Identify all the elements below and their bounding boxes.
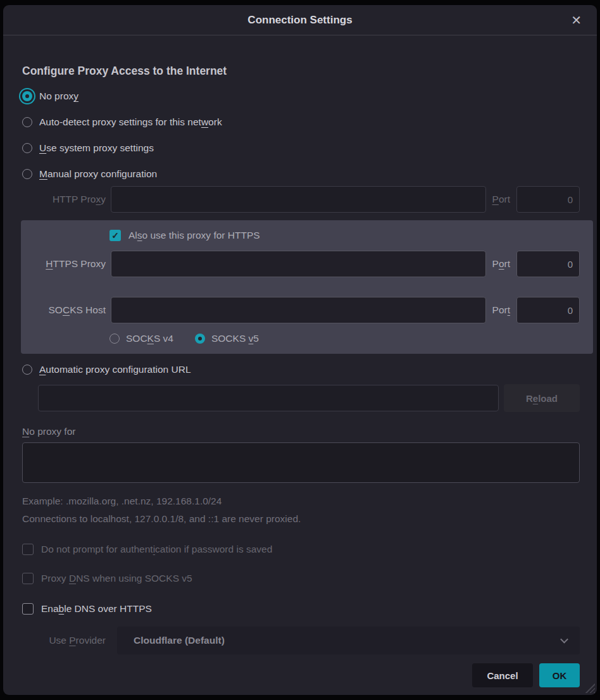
https-port-input[interactable]	[516, 251, 580, 277]
page-title: Configure Proxy Access to the Internet	[22, 65, 580, 78]
dialog-footer: Cancel OK	[22, 663, 580, 687]
http-proxy-label: HTTP Proxy	[22, 194, 106, 205]
no-proxy-for-label: No proxy for	[22, 426, 580, 437]
chevron-down-icon	[560, 635, 568, 644]
radio-unselected-icon	[22, 169, 32, 179]
radio-auto-detect-label: Auto-detect proxy settings for this netw…	[39, 116, 222, 128]
http-proxy-row: HTTP Proxy Port	[22, 186, 580, 213]
reload-button: Reload	[504, 384, 580, 412]
socks-host-input[interactable]	[111, 297, 486, 323]
radio-unselected-icon	[22, 143, 32, 153]
use-provider-label: Use Provider	[22, 635, 106, 646]
socks-port-label: Port	[492, 304, 510, 316]
enable-doh-label: Enable DNS over HTTPS	[41, 603, 152, 615]
cancel-button[interactable]: Cancel	[472, 663, 533, 687]
http-port-input	[516, 186, 580, 213]
pac-url-row: Reload	[38, 384, 580, 412]
radio-pac-url[interactable]: Automatic proxy configuration URL	[22, 361, 580, 378]
socks-host-label: SOCKS Host	[22, 304, 106, 316]
radio-manual-proxy[interactable]: Manual proxy configuration	[22, 166, 580, 182]
checkbox-unchecked-icon	[22, 544, 34, 555]
doh-provider-value: Cloudflare (Default)	[134, 635, 225, 646]
radio-unselected-icon[interactable]	[109, 334, 120, 344]
radio-system-proxy-label: Use system proxy settings	[39, 142, 154, 154]
proxy-dns-socks5-label: Proxy DNS when using SOCKS v5	[41, 573, 192, 584]
also-use-https-checkbox-row[interactable]: ✓ Also use this proxy for HTTPS	[109, 228, 580, 243]
also-use-https-label: Also use this proxy for HTTPS	[128, 230, 260, 241]
example-text: Example: .mozilla.org, .net.nz, 192.168.…	[22, 496, 580, 507]
radio-unselected-icon	[22, 117, 32, 127]
http-proxy-input	[111, 186, 486, 213]
dialog-content: Configure Proxy Access to the Internet N…	[3, 35, 597, 695]
radio-socks-v5-label[interactable]: SOCKS v5	[211, 333, 259, 344]
checkbox-unchecked-icon	[22, 603, 34, 615]
radio-selected-icon[interactable]	[195, 334, 205, 344]
radio-auto-detect[interactable]: Auto-detect proxy settings for this netw…	[22, 114, 580, 130]
ok-button[interactable]: OK	[539, 663, 580, 687]
socks-host-row: SOCKS Host Port	[22, 297, 580, 323]
radio-selected-icon	[22, 91, 32, 101]
radio-manual-proxy-label: Manual proxy configuration	[39, 168, 157, 180]
radio-socks-v4-label[interactable]: SOCKS v4	[126, 333, 173, 344]
radio-pac-url-label: Automatic proxy configuration URL	[39, 364, 191, 375]
localhost-note-text: Connections to localhost, 127.0.0.1/8, a…	[22, 513, 580, 525]
radio-system-proxy[interactable]: Use system proxy settings	[22, 140, 580, 156]
socks-version-row: SOCKS v4 SOCKS v5	[109, 331, 580, 346]
doh-provider-row: Use Provider Cloudflare (Default)	[22, 627, 580, 654]
https-port-label: Port	[492, 258, 510, 270]
no-auth-prompt-checkbox-row: Do not prompt for authentication if pass…	[22, 542, 580, 557]
https-proxy-input[interactable]	[111, 251, 486, 277]
radio-no-proxy-label: No proxy	[39, 91, 78, 102]
enable-doh-checkbox-row[interactable]: Enable DNS over HTTPS	[22, 601, 580, 616]
pac-url-input	[38, 385, 499, 411]
http-port-label: Port	[492, 194, 510, 205]
doh-provider-dropdown: Cloudflare (Default)	[117, 627, 580, 654]
close-icon[interactable]: ✕	[568, 13, 584, 28]
radio-unselected-icon	[22, 365, 32, 375]
https-socks-highlight-panel: ✓ Also use this proxy for HTTPS HTTPS Pr…	[21, 220, 593, 354]
radio-no-proxy[interactable]: No proxy	[22, 88, 580, 104]
https-proxy-label: HTTPS Proxy	[22, 258, 106, 270]
dialog-titlebar: Connection Settings ✕	[3, 5, 597, 35]
https-proxy-row: HTTPS Proxy Port	[22, 251, 580, 277]
checkbox-checked-icon: ✓	[109, 230, 121, 241]
checkbox-unchecked-icon	[22, 573, 34, 584]
no-auth-prompt-label: Do not prompt for authentication if pass…	[41, 544, 272, 555]
socks-port-input[interactable]	[516, 297, 580, 323]
dialog-title: Connection Settings	[247, 14, 352, 27]
proxy-dns-socks5-checkbox-row: Proxy DNS when using SOCKS v5	[22, 571, 580, 586]
no-proxy-for-textarea[interactable]	[22, 442, 580, 483]
connection-settings-dialog: Connection Settings ✕ Configure Proxy Ac…	[3, 5, 597, 695]
